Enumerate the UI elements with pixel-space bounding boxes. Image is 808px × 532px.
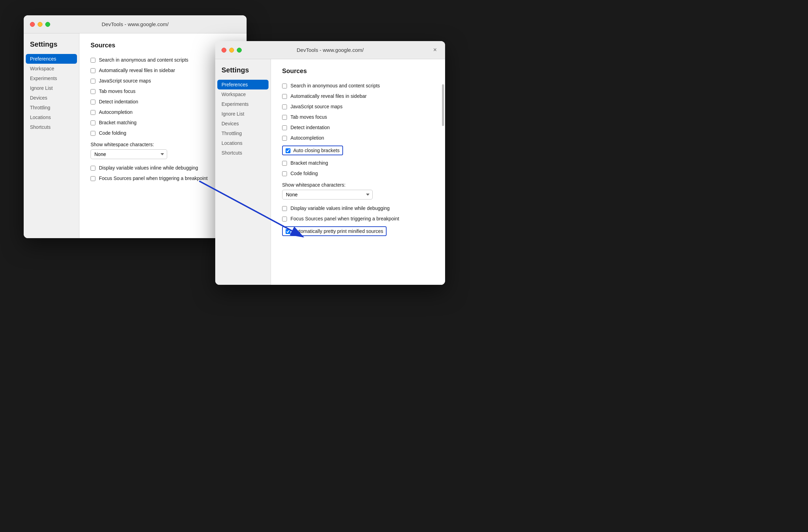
sidebar2-item-ignorelist[interactable]: Ignore List bbox=[215, 109, 271, 119]
checkbox-row1-9: Focus Sources panel when triggering a br… bbox=[91, 173, 235, 183]
sidebar2-item-shortcuts[interactable]: Shortcuts bbox=[215, 148, 271, 158]
checkbox-label1-9: Focus Sources panel when triggering a br… bbox=[99, 175, 208, 181]
checkbox-label2-6: Bracket matching bbox=[290, 160, 328, 166]
checkbox-label1-8: Display variable values inline while deb… bbox=[99, 165, 198, 171]
checkbox-label1-7: Code folding bbox=[99, 130, 126, 136]
checkbox-label1-1: Automatically reveal files in sidebar bbox=[99, 68, 175, 73]
checkbox-row1-5: Autocompletion bbox=[91, 107, 235, 117]
checkbox-label2-3: Tab moves focus bbox=[290, 114, 327, 120]
checkbox2-7[interactable] bbox=[282, 171, 287, 176]
checkbox2-2[interactable] bbox=[282, 104, 287, 109]
checkbox1-2[interactable] bbox=[91, 79, 95, 84]
checkbox-auto-pretty[interactable] bbox=[286, 229, 290, 234]
checkbox-row2-5: Autocompletion bbox=[282, 133, 434, 143]
checkbox1-6[interactable] bbox=[91, 120, 95, 125]
checkbox-row2-7: Code folding bbox=[282, 168, 434, 179]
checkbox-row1-2: JavaScript source maps bbox=[91, 76, 235, 86]
sidebar2-item-experiments[interactable]: Experiments bbox=[215, 99, 271, 109]
checkbox-row2-6: Bracket matching bbox=[282, 158, 434, 168]
sidebar1-item-locations[interactable]: Locations bbox=[24, 112, 79, 122]
checkbox2-0[interactable] bbox=[282, 84, 287, 88]
minimize-btn1[interactable] bbox=[38, 22, 42, 27]
checkbox-row2-8: Display variable values inline while deb… bbox=[282, 203, 434, 213]
auto-pretty-print-highlight: Automatically pretty print minified sour… bbox=[282, 226, 387, 236]
checkbox-row2-4: Detect indentation bbox=[282, 122, 434, 133]
sidebar1-item-experiments[interactable]: Experiments bbox=[24, 73, 79, 83]
checkbox-row2-3: Tab moves focus bbox=[282, 112, 434, 122]
checkbox-label1-2: JavaScript source maps bbox=[99, 78, 151, 84]
checkbox-label2-0: Search in anonymous and content scripts bbox=[290, 83, 380, 88]
sidebar2-item-devices[interactable]: Devices bbox=[215, 119, 271, 128]
titlebar1: DevTools - www.google.com/ bbox=[24, 15, 247, 33]
checkbox-label2-9: Focus Sources panel when triggering a br… bbox=[290, 216, 399, 221]
checkbox-label2-2: JavaScript source maps bbox=[290, 104, 342, 109]
whitespace-label2: Show whitespace characters: bbox=[282, 182, 434, 188]
checkbox-label1-6: Bracket matching bbox=[99, 120, 137, 125]
window2: DevTools - www.google.com/ × Settings Pr… bbox=[215, 41, 445, 285]
sidebar1-item-ignorelist[interactable]: Ignore List bbox=[24, 83, 79, 93]
checkbox-row2-9: Focus Sources panel when triggering a br… bbox=[282, 213, 434, 224]
sidebar1: Settings Preferences Workspace Experimen… bbox=[24, 33, 79, 238]
checkbox1-4[interactable] bbox=[91, 100, 95, 104]
checkbox2-5[interactable] bbox=[282, 136, 287, 141]
sidebar1-title: Settings bbox=[24, 40, 79, 54]
window2-close-icon[interactable]: × bbox=[431, 46, 439, 54]
checkbox-row-auto-closing: Auto closing brackets bbox=[282, 143, 434, 158]
checkbox2-3[interactable] bbox=[282, 115, 287, 120]
checkbox-label2-7: Code folding bbox=[290, 171, 318, 176]
window1: DevTools - www.google.com/ Settings Pref… bbox=[24, 15, 247, 238]
sidebar2-title: Settings bbox=[215, 66, 271, 80]
maximize-btn1[interactable] bbox=[45, 22, 50, 27]
checkbox1-8[interactable] bbox=[91, 166, 95, 171]
maximize-btn2[interactable] bbox=[237, 48, 242, 53]
sidebar2: Settings Preferences Workspace Experimen… bbox=[215, 59, 271, 285]
checkbox2-9[interactable] bbox=[282, 217, 287, 221]
minimize-btn2[interactable] bbox=[229, 48, 234, 53]
checkbox-label2-5: Autocompletion bbox=[290, 135, 324, 141]
checkbox-auto-closing[interactable] bbox=[286, 148, 290, 153]
section-title1: Sources bbox=[91, 42, 235, 49]
section-title2: Sources bbox=[282, 68, 434, 75]
checkbox1-0[interactable] bbox=[91, 58, 95, 63]
checkbox1-5[interactable] bbox=[91, 110, 95, 115]
sidebar2-item-workspace[interactable]: Workspace bbox=[215, 89, 271, 99]
checkbox-label1-0: Search in anonymous and content scripts bbox=[99, 57, 188, 63]
checkbox-label2-4: Detect indentation bbox=[290, 125, 330, 130]
auto-closing-brackets-highlight: Auto closing brackets bbox=[282, 146, 343, 155]
checkbox-row2-1: Automatically reveal files in sidebar bbox=[282, 91, 434, 101]
checkbox-row1-7: Code folding bbox=[91, 128, 235, 138]
titlebar2: DevTools - www.google.com/ × bbox=[215, 41, 445, 59]
auto-pretty-print-label: Automatically pretty print minified sour… bbox=[293, 228, 383, 234]
sidebar1-item-preferences[interactable]: Preferences bbox=[26, 54, 77, 64]
checkbox1-7[interactable] bbox=[91, 131, 95, 136]
checkbox2-4[interactable] bbox=[282, 125, 287, 130]
sidebar1-item-devices[interactable]: Devices bbox=[24, 93, 79, 103]
checkbox1-1[interactable] bbox=[91, 68, 95, 73]
checkbox-row-auto-pretty: Automatically pretty print minified sour… bbox=[282, 224, 434, 238]
checkbox-row1-1: Automatically reveal files in sidebar bbox=[91, 65, 235, 76]
close-btn2[interactable] bbox=[222, 48, 226, 53]
checkbox-label1-3: Tab moves focus bbox=[99, 88, 135, 94]
whitespace-select2[interactable]: None All Trailing bbox=[282, 190, 373, 200]
checkbox-row2-0: Search in anonymous and content scripts bbox=[282, 80, 434, 91]
sidebar1-item-throttling[interactable]: Throttling bbox=[24, 103, 79, 112]
sidebar1-item-shortcuts[interactable]: Shortcuts bbox=[24, 122, 79, 132]
titlebar2-title: DevTools - www.google.com/ bbox=[297, 47, 364, 53]
checkbox2-1[interactable] bbox=[282, 94, 287, 99]
checkbox2-6[interactable] bbox=[282, 161, 287, 166]
window2-body: Settings Preferences Workspace Experimen… bbox=[215, 59, 445, 285]
checkbox2-8[interactable] bbox=[282, 206, 287, 211]
checkbox1-3[interactable] bbox=[91, 89, 95, 94]
checkbox-label2-1: Automatically reveal files in sidebar bbox=[290, 93, 367, 99]
whitespace-label1: Show whitespace characters: bbox=[91, 142, 235, 147]
checkbox-label2-8: Display variable values inline while deb… bbox=[290, 205, 390, 211]
close-btn1[interactable] bbox=[30, 22, 35, 27]
scrollbar-track2[interactable] bbox=[442, 77, 444, 285]
sidebar2-item-throttling[interactable]: Throttling bbox=[215, 128, 271, 138]
scrollbar-thumb2[interactable] bbox=[442, 84, 444, 126]
sidebar1-item-workspace[interactable]: Workspace bbox=[24, 64, 79, 73]
checkbox1-9[interactable] bbox=[91, 176, 95, 181]
sidebar2-item-preferences[interactable]: Preferences bbox=[217, 80, 269, 89]
sidebar2-item-locations[interactable]: Locations bbox=[215, 138, 271, 148]
whitespace-select1[interactable]: None All Trailing bbox=[91, 149, 167, 159]
